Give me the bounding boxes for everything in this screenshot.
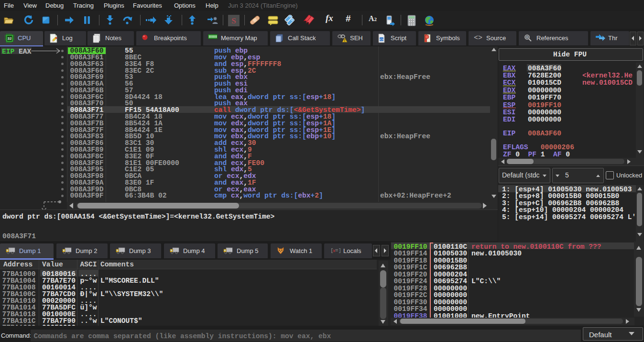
svg-text:=]: =] bbox=[335, 248, 340, 254]
svg-text:S: S bbox=[231, 16, 236, 25]
svg-text:<>: <> bbox=[380, 38, 383, 42]
svg-text:32: 32 bbox=[8, 36, 12, 41]
svg-text:!: ! bbox=[344, 39, 345, 42]
svg-text:<>: <> bbox=[474, 34, 482, 41]
